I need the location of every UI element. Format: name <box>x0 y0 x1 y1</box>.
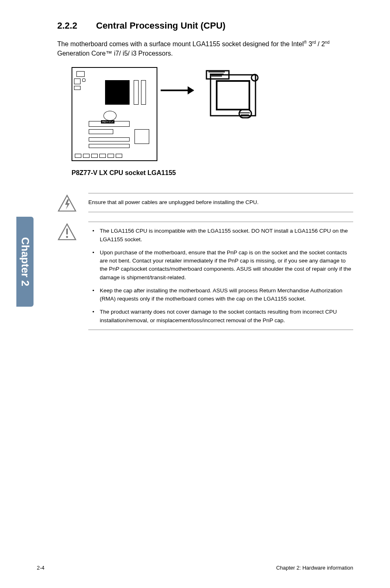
svg-rect-1 <box>217 81 249 110</box>
warning-text: Ensure that all power cables are unplugg… <box>88 199 259 205</box>
caution-bullet: The LGA1156 CPU is incompatible with the… <box>88 227 353 244</box>
svg-point-9 <box>66 236 68 238</box>
chapter-tab: Chapter 2 <box>16 217 34 307</box>
warning-body: Ensure that all power cables are unplugg… <box>88 193 353 212</box>
lightning-warning-icon <box>57 193 77 214</box>
board-model-label: P8Z77-V LX <box>101 120 114 123</box>
exclamation-caution-icon <box>57 222 77 243</box>
intro-text-3: / 2 <box>316 40 325 47</box>
caution-body: The LGA1156 CPU is incompatible with the… <box>88 222 353 330</box>
superscript-nd: nd <box>325 40 329 45</box>
motherboard-outline: P8Z77-V LX <box>72 67 157 161</box>
warning-note: Ensure that all power cables are unplugg… <box>57 193 353 214</box>
cpu-socket-icon <box>105 80 130 105</box>
caution-bullet: Keep the cap after installing the mother… <box>88 287 353 303</box>
intro-text-1: The motherboard comes with a surface mou… <box>57 40 304 47</box>
intro-text-2: 3 <box>307 40 312 47</box>
motherboard-diagram: P8Z77-V LX <box>72 67 268 165</box>
intro-text-4: Generation Core™ i7/ i5/ i3 Processors. <box>57 50 173 57</box>
socket-closeup <box>202 69 264 122</box>
page-number: 2-4 <box>37 565 45 571</box>
page-footer: 2-4 Chapter 2: Hardware information <box>37 565 353 571</box>
footer-chapter-label: Chapter 2: Hardware information <box>276 565 353 571</box>
svg-rect-8 <box>66 229 68 235</box>
arrow-icon <box>161 90 193 91</box>
section-heading: 2.2.2Central Processing Unit (CPU) <box>57 20 353 31</box>
caution-note: The LGA1156 CPU is incompatible with the… <box>57 222 353 330</box>
superscript-rd: rd <box>312 40 316 45</box>
caution-bullet-list: The LGA1156 CPU is incompatible with the… <box>88 227 353 325</box>
intro-paragraph: The motherboard comes with a surface mou… <box>57 39 353 58</box>
caution-bullet: Upon purchase of the motherboard, ensure… <box>88 249 353 282</box>
section-title: Central Processing Unit (CPU) <box>96 20 226 31</box>
svg-marker-6 <box>65 200 69 210</box>
section-number: 2.2.2 <box>57 20 96 31</box>
svg-rect-3 <box>239 110 251 118</box>
caution-bullet: The product warranty does not cover dama… <box>88 308 353 325</box>
diagram-caption: P8Z77-V LX CPU socket LGA1155 <box>72 169 353 177</box>
